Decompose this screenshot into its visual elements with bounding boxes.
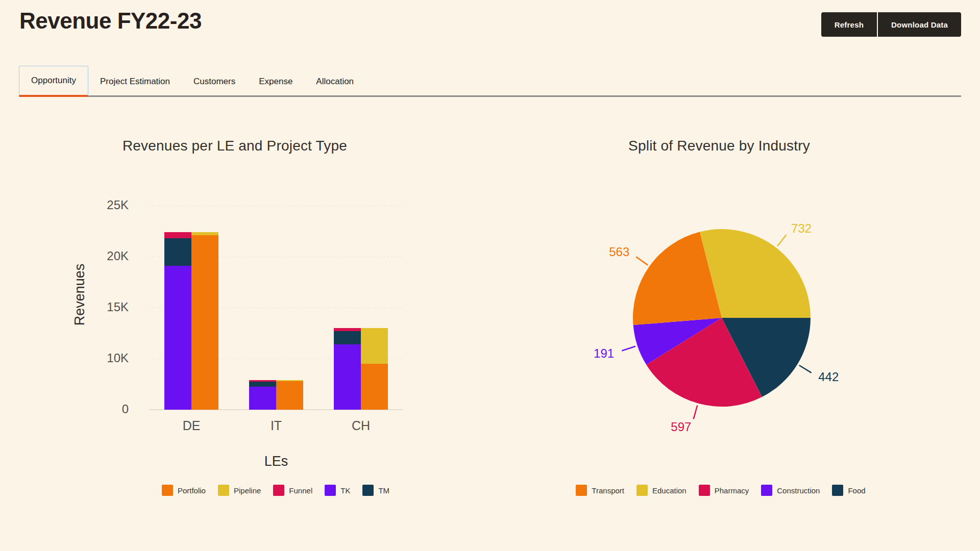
legend-swatch-education: [636, 485, 648, 496]
legend-swatch-pharmacy: [699, 485, 710, 496]
pie-chart-legend: TransportEducationPharmacyConstructionFo…: [542, 485, 899, 496]
legend-label: Funnel: [289, 486, 312, 495]
bar-segment-it-tm[interactable]: [249, 382, 276, 387]
bar-segment-de-pipeline[interactable]: [191, 232, 218, 235]
legend-swatch-portfolio: [162, 485, 173, 496]
legend-label: Construction: [777, 486, 820, 495]
legend-item-food: Food: [832, 485, 865, 496]
bar-segment-de-tk[interactable]: [164, 266, 191, 410]
legend-swatch-construction: [761, 485, 772, 496]
tab-opportunity[interactable]: Opportunity: [19, 66, 88, 97]
charts-canvas: [0, 0, 980, 551]
bar-segment-de-tm[interactable]: [164, 238, 191, 266]
legend-item-education: Education: [636, 485, 687, 496]
legend-label: Transport: [592, 486, 624, 495]
bar-chart-legend: PortfolioPipelineFunnelTKTM: [97, 485, 454, 496]
legend-item-portfolio: Portfolio: [162, 485, 206, 496]
bar-segment-it-portfolio[interactable]: [276, 381, 303, 410]
legend-label: Pipeline: [234, 486, 261, 495]
pie-leader-construction: [622, 346, 635, 351]
bar-segment-ch-tk[interactable]: [334, 344, 361, 410]
bar-segment-ch-funnel[interactable]: [334, 328, 361, 331]
legend-label: Food: [848, 486, 865, 495]
legend-item-tk: TK: [325, 485, 350, 496]
legend-label: TK: [340, 486, 350, 495]
legend-swatch-tm: [362, 485, 374, 496]
legend-label: Pharmacy: [715, 486, 749, 495]
legend-item-tm: TM: [362, 485, 389, 496]
bar-segment-de-funnel[interactable]: [164, 232, 191, 238]
legend-swatch-funnel: [273, 485, 284, 496]
bar-segment-it-pipeline[interactable]: [276, 380, 303, 381]
legend-item-funnel: Funnel: [273, 485, 312, 496]
legend-item-transport: Transport: [576, 485, 624, 496]
pie-leader-education: [777, 235, 786, 246]
bar-segment-ch-pipeline[interactable]: [361, 328, 388, 364]
legend-label: Education: [652, 486, 687, 495]
legend-label: Portfolio: [178, 486, 206, 495]
dashboard-page: Revenue FY22-23 Refresh Download Data Op…: [0, 0, 980, 551]
legend-swatch-food: [832, 485, 843, 496]
pie-leader-transport: [636, 257, 648, 265]
legend-item-construction: Construction: [761, 485, 820, 496]
legend-swatch-tk: [325, 485, 336, 496]
bar-segment-de-portfolio[interactable]: [191, 235, 218, 410]
legend-swatch-transport: [576, 485, 587, 496]
pie-leader-pharmacy: [694, 405, 698, 419]
legend-label: TM: [378, 486, 389, 495]
bar-segment-it-funnel[interactable]: [249, 380, 276, 382]
legend-item-pharmacy: Pharmacy: [699, 485, 749, 496]
legend-swatch-pipeline: [218, 485, 229, 496]
pie-leader-food: [799, 365, 812, 373]
bar-segment-ch-portfolio[interactable]: [361, 364, 388, 410]
bar-segment-ch-tm[interactable]: [334, 331, 361, 344]
legend-item-pipeline: Pipeline: [218, 485, 261, 496]
bar-segment-it-tk[interactable]: [249, 387, 276, 410]
